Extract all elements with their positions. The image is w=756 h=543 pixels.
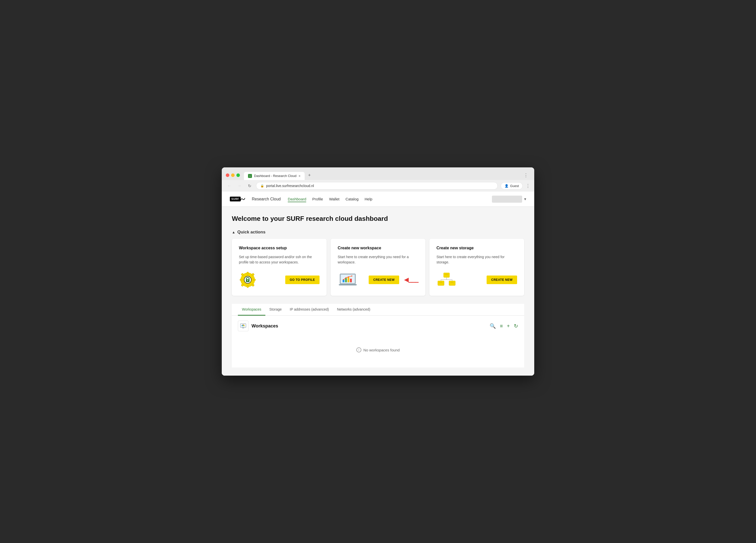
quick-actions-header: ▲ Quick actions [232, 230, 524, 235]
tab-storage[interactable]: Storage [265, 304, 286, 316]
svg-rect-41 [242, 325, 242, 326]
nav-right: ▾ [492, 196, 526, 203]
workspaces-actions: 🔍 ≡ + ↻ [490, 323, 518, 329]
browser-window: S Dashboard - Research Cloud × + ⋮ ← → ↻… [222, 167, 534, 376]
workspaces-section: Workspaces 🔍 ≡ + ↻ i No workspaces found [232, 316, 524, 368]
search-icon[interactable]: 🔍 [490, 323, 496, 329]
svg-rect-44 [242, 328, 244, 328]
no-workspaces-message: i No workspaces found [238, 337, 518, 363]
user-avatar[interactable] [492, 196, 522, 203]
add-icon[interactable]: + [507, 323, 510, 329]
nav-dashboard[interactable]: Dashboard [288, 196, 306, 202]
svg-point-21 [343, 279, 344, 280]
svg-rect-38 [451, 282, 453, 283]
tab-favicon: S [248, 174, 252, 178]
tab-workspaces[interactable]: Workspaces [238, 304, 265, 316]
browser-more-icon[interactable]: ⋮ [522, 170, 530, 180]
forward-button[interactable]: → [236, 182, 243, 189]
card-title-workspace-access: Workspace access setup [239, 246, 320, 250]
traffic-lights [226, 173, 240, 177]
no-workspaces-text: No workspaces found [363, 348, 400, 352]
workspaces-panel: Workspaces Storage IP addresses (advance… [232, 304, 524, 368]
profile-label: Guest [510, 184, 519, 188]
card-footer-create-workspace: CREATE NEW ◀⎯⎯⎯ [338, 271, 418, 289]
profile-button[interactable]: 👤 Guest [501, 182, 523, 189]
browser-chrome: S Dashboard - Research Cloud × + ⋮ ← → ↻… [222, 167, 534, 191]
go-to-profile-button[interactable]: GO TO PROFILE [285, 276, 320, 284]
tab-title: Dashboard - Research Cloud [254, 174, 296, 178]
app-content: SURF Research Cloud Dashboard Profile Wa… [222, 191, 534, 376]
surf-logo-wave [240, 197, 246, 202]
nav-catalog[interactable]: Catalog [345, 196, 359, 202]
arrow-icon: ◀⎯⎯⎯ [404, 277, 418, 283]
workspaces-title: Workspaces [251, 324, 278, 329]
gear-icon [239, 271, 257, 289]
tab-bar: S Dashboard - Research Cloud × + [244, 171, 520, 180]
new-tab-button[interactable]: + [305, 171, 314, 180]
active-tab[interactable]: S Dashboard - Research Cloud × [244, 172, 305, 180]
collapse-icon[interactable]: ▲ [232, 230, 235, 234]
brand-name: Research Cloud [252, 197, 281, 201]
svg-rect-42 [243, 325, 243, 326]
workspace-access-card: Workspace access setup Set up time-based… [232, 239, 327, 296]
tab-ip-addresses[interactable]: IP addresses (advanced) [286, 304, 333, 316]
refresh-icon[interactable]: ↻ [514, 323, 518, 329]
profile-icon: 👤 [505, 184, 509, 188]
card-footer-workspace-access: GO TO PROFILE [239, 271, 320, 289]
info-icon: i [356, 347, 361, 353]
laptop-icon [338, 271, 358, 289]
svg-point-24 [351, 276, 352, 277]
workspace-icon-box [238, 321, 248, 331]
nav-help[interactable]: Help [365, 196, 372, 202]
quick-actions-title: Quick actions [237, 230, 265, 235]
back-button[interactable]: ← [226, 182, 233, 189]
tabs-bar: Workspaces Storage IP addresses (advance… [232, 304, 524, 316]
chevron-down-icon[interactable]: ▾ [524, 197, 526, 201]
create-storage-card: Create new storage Start here to create … [429, 239, 524, 296]
workspaces-title-area: Workspaces [238, 321, 278, 331]
create-new-workspace-button[interactable]: CREATE NEW [369, 276, 399, 284]
svg-point-23 [348, 276, 349, 277]
workspaces-header: Workspaces 🔍 ≡ + ↻ [238, 321, 518, 331]
surf-logo-text: SURF [230, 197, 241, 201]
create-new-storage-button[interactable]: CREATE NEW [487, 276, 517, 284]
address-bar-row: ← → ↻ 🔒 portal.live.surfresearchcloud.nl… [222, 180, 534, 191]
svg-rect-19 [348, 277, 349, 282]
svg-rect-43 [244, 325, 244, 326]
page-title: Welcome to your SURF research cloud dash… [232, 215, 524, 222]
nav-wallet[interactable]: Wallet [329, 196, 339, 202]
svg-point-14 [247, 280, 248, 281]
nav-profile[interactable]: Profile [312, 196, 323, 202]
card-desc-create-workspace: Start here to create everything you need… [338, 254, 418, 265]
svg-point-22 [345, 277, 347, 278]
svg-rect-28 [445, 274, 448, 275]
svg-rect-33 [438, 281, 444, 286]
create-workspace-card: Create new workspace Start here to creat… [331, 239, 425, 296]
address-bar[interactable]: 🔒 portal.live.surfresearchcloud.nl [256, 182, 498, 189]
nav-links: Dashboard Profile Wallet Catalog Help [288, 196, 492, 202]
tab-networks[interactable]: Networks (advanced) [333, 304, 374, 316]
refresh-button[interactable]: ↻ [246, 182, 253, 189]
filter-icon[interactable]: ≡ [500, 323, 503, 329]
main-content: Welcome to your SURF research cloud dash… [222, 207, 534, 376]
card-footer-create-storage: CREATE NEW [436, 271, 517, 289]
workspaces-icon [240, 323, 246, 329]
svg-rect-4 [247, 272, 248, 274]
browser-menu-icon[interactable]: ⋮ [526, 183, 530, 188]
tab-close-icon[interactable]: × [298, 174, 300, 178]
create-workspace-arrow: CREATE NEW ◀⎯⎯⎯ [369, 276, 418, 284]
close-button[interactable] [226, 173, 229, 177]
maximize-button[interactable] [236, 173, 240, 177]
card-title-create-storage: Create new storage [436, 246, 517, 250]
svg-rect-6 [240, 279, 242, 281]
card-title-create-workspace: Create new workspace [338, 246, 418, 250]
svg-rect-36 [449, 281, 455, 286]
svg-rect-5 [247, 286, 248, 288]
svg-text:S: S [249, 175, 251, 177]
minimize-button[interactable] [231, 173, 235, 177]
svg-rect-7 [253, 279, 256, 281]
card-desc-workspace-access: Set up time-based password and/or ssh on… [239, 254, 320, 265]
top-nav: SURF Research Cloud Dashboard Profile Wa… [222, 191, 534, 207]
storage-icon [436, 271, 457, 289]
surf-logo: SURF [230, 197, 246, 202]
